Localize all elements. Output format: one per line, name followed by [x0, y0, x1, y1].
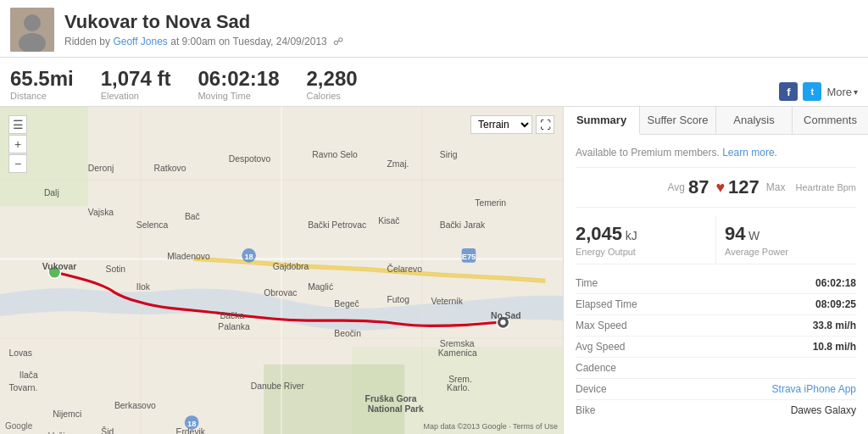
svg-text:Zmaj.: Zmaj.: [387, 159, 409, 169]
svg-text:Dalj: Dalj: [44, 188, 59, 198]
svg-text:18: 18: [244, 253, 253, 261]
elevation-label: Elevation: [101, 91, 171, 101]
tabs: Summary Suffer Score Analysis Comments: [564, 107, 868, 135]
stats-row: Cadence: [576, 358, 856, 379]
distance-label: Distance: [10, 91, 74, 101]
stats-key: Bike: [576, 404, 595, 416]
svg-text:Čelarevo: Čelarevo: [387, 264, 422, 274]
map-svg: Vukovar No Sad Bačka Palanka Sotin Ilok …: [0, 107, 563, 434]
activity-title: Vukovar to Nova Sad: [64, 11, 858, 33]
main-content: Vukovar No Sad Bačka Palanka Sotin Ilok …: [0, 107, 868, 434]
facebook-button[interactable]: f: [779, 82, 798, 101]
rider-avatar: [10, 8, 54, 52]
stats-row: Avg Speed10.8 mi/h: [576, 337, 856, 358]
more-button[interactable]: More: [826, 86, 858, 98]
twitter-button[interactable]: t: [803, 82, 821, 101]
svg-text:Palanka: Palanka: [218, 322, 250, 331]
title-block: Vukovar to Nova Sad Ridden by Geoff Jone…: [64, 11, 858, 47]
svg-text:No Sad: No Sad: [491, 311, 521, 320]
tab-summary[interactable]: Summary: [564, 107, 640, 135]
social-area: f t More: [779, 82, 858, 101]
svg-text:Ilača: Ilača: [19, 370, 38, 380]
stats-bar: 65.5mi Distance 1,074 ft Elevation 06:02…: [0, 58, 868, 107]
google-logo: Google: [5, 421, 32, 431]
svg-text:Bački Jarak: Bački Jarak: [440, 220, 486, 230]
activity-header: Vukovar to Nova Sad Ridden by Geoff Jone…: [0, 0, 868, 58]
energy-label: Energy Output: [576, 247, 707, 257]
svg-text:Nijemci: Nijemci: [53, 409, 81, 419]
map-zoom-controls: ☰ + −: [8, 115, 27, 174]
stat-elevation: 1,074 ft Elevation: [101, 69, 171, 101]
heartrate-row: Avg 87 ♥ 127 Max Heartrate Bpm: [576, 176, 856, 208]
moving-time-value: 06:02:18: [198, 69, 279, 89]
stats-value: 33.8 mi/h: [813, 320, 856, 331]
svg-text:Sremska: Sremska: [440, 339, 475, 348]
svg-text:Selenca: Selenca: [136, 220, 169, 230]
stat-distance: 65.5mi Distance: [10, 69, 74, 101]
power-value: 94 W: [725, 223, 856, 245]
moving-time-label: Moving Time: [198, 91, 279, 101]
svg-text:Beočin: Beočin: [334, 329, 361, 338]
power-label: Average Power: [725, 247, 856, 257]
stats-row: Max Speed33.8 mi/h: [576, 315, 856, 337]
stats-table: Time06:02:18Elapsed Time08:09:25Max Spee…: [576, 273, 856, 420]
svg-text:Begeč: Begeč: [334, 299, 359, 309]
svg-text:Karlo.: Karlo.: [447, 383, 470, 392]
svg-text:Temerin: Temerin: [475, 198, 506, 208]
svg-text:Bač: Bač: [185, 212, 200, 221]
svg-text:Kisač: Kisač: [378, 216, 399, 225]
svg-text:Bački Petrovac: Bački Petrovac: [308, 220, 366, 230]
tab-comments[interactable]: Comments: [793, 107, 868, 134]
svg-text:Tovarn.: Tovarn.: [8, 383, 37, 392]
stats-key: Avg Speed: [576, 341, 626, 353]
svg-text:Danube River: Danube River: [251, 381, 305, 391]
zoom-handle[interactable]: ☰: [8, 115, 27, 134]
svg-point-1: [24, 14, 41, 31]
zoom-in-button[interactable]: +: [8, 135, 27, 153]
energy-value: 2,045 kJ: [576, 223, 707, 245]
summary-content: Available to Premium members. Learn more…: [564, 135, 868, 434]
stats-value[interactable]: Strava iPhone App: [772, 383, 856, 395]
learn-more-link[interactable]: Learn more.: [722, 147, 777, 159]
svg-text:Vajska: Vajska: [88, 208, 114, 217]
map-expand-button[interactable]: ⛶: [536, 115, 554, 134]
hr-avg-label: Avg: [667, 181, 684, 193]
svg-text:Vukovar: Vukovar: [42, 262, 77, 271]
map-container: Vukovar No Sad Bačka Palanka Sotin Ilok …: [0, 107, 563, 434]
stats-value: 08:09:25: [815, 298, 856, 310]
tab-analysis[interactable]: Analysis: [716, 107, 793, 134]
calories-label: Calories: [307, 91, 358, 101]
calories-value: 2,280: [307, 69, 358, 89]
stats-key: Time: [576, 277, 598, 289]
heart-icon: ♥: [715, 179, 725, 197]
svg-text:Lovas: Lovas: [8, 348, 32, 358]
svg-text:Gajdobra: Gajdobra: [273, 262, 309, 271]
stats-key: Device: [576, 383, 607, 395]
stats-key: Cadence: [576, 362, 616, 374]
rider-link[interactable]: Geoff Jones: [113, 36, 168, 47]
zoom-out-button[interactable]: −: [8, 154, 27, 173]
map-type-select[interactable]: Terrain Map Satellite: [470, 115, 532, 134]
stats-value: Dawes Galaxy: [791, 404, 856, 416]
hr-avg-value: 87: [688, 176, 709, 198]
elevation-value: 1,074 ft: [101, 69, 171, 89]
stats-key: Max Speed: [576, 320, 627, 331]
stat-calories: 2,280 Calories: [307, 69, 358, 101]
tab-suffer-score[interactable]: Suffer Score: [640, 107, 716, 134]
svg-text:Kamenica: Kamenica: [438, 348, 477, 358]
map-copyright: Map data ©2013 Google · Terms of Use: [423, 422, 558, 431]
svg-text:Srem.: Srem.: [448, 375, 472, 384]
svg-text:Ravno Selo: Ravno Selo: [312, 150, 358, 159]
svg-text:Veternik: Veternik: [431, 297, 463, 306]
stats-value: 06:02:18: [815, 277, 856, 289]
svg-text:Deronj: Deronj: [88, 164, 114, 173]
svg-text:E75: E75: [462, 253, 476, 261]
svg-text:Šid: Šid: [101, 426, 114, 434]
stat-moving-time: 06:02:18 Moving Time: [198, 69, 279, 101]
svg-text:Berkasovo: Berkasovo: [114, 401, 156, 410]
right-panel: Summary Suffer Score Analysis Comments A…: [563, 107, 868, 434]
copy-icon: ☍: [333, 36, 343, 47]
svg-text:Bačka: Bačka: [220, 311, 244, 320]
svg-text:Ratkovo: Ratkovo: [154, 164, 186, 173]
hr-max-value: 127: [728, 176, 760, 198]
